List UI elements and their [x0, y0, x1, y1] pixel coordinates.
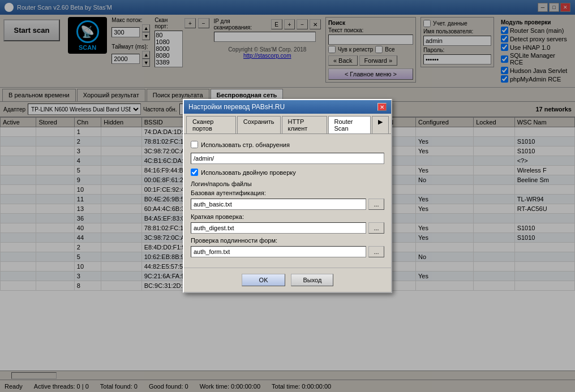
- digest-auth-label: Краткая проверка:: [191, 213, 384, 220]
- login-files-label: Логин/пароль файлы: [191, 180, 384, 187]
- double-check-row: Использовать двойную проверку: [191, 169, 384, 176]
- dialog-footer: OK Выход: [184, 268, 391, 292]
- form-auth-row: ...: [191, 246, 384, 257]
- basic-auth-browse[interactable]: ...: [368, 199, 384, 210]
- str-detect-row: Использовать стр. обнаруения: [191, 141, 384, 148]
- dialog-tabs: Сканер портов Сохранить HTTP клиент Rout…: [184, 114, 391, 134]
- double-check-label: Использовать двойную проверку: [201, 169, 296, 176]
- double-check-checkbox[interactable]: [191, 169, 198, 176]
- basic-auth-input[interactable]: [191, 199, 366, 210]
- str-detect-input[interactable]: [191, 153, 384, 164]
- dialog-tab-http[interactable]: HTTP клиент: [282, 116, 327, 133]
- form-auth-input[interactable]: [191, 246, 366, 257]
- dialog-overlay: Настройки перевод PABsH.RU ✕ Сканер порт…: [0, 0, 575, 392]
- digest-auth-input[interactable]: [191, 222, 366, 234]
- dialog-title-text: Настройки перевод PABsH.RU: [188, 103, 285, 111]
- dialog-tab-scanner[interactable]: Сканер портов: [186, 116, 236, 133]
- dialog-body: Использовать стр. обнаруения Использоват…: [184, 134, 391, 268]
- str-detect-checkbox[interactable]: [191, 141, 198, 148]
- basic-auth-label: Базовая аутентификация:: [191, 189, 384, 196]
- dialog-tab-save[interactable]: Сохранить: [237, 116, 281, 133]
- dialog-cancel-button[interactable]: Выход: [291, 274, 333, 286]
- dialog-tab-more[interactable]: ▶: [372, 116, 389, 133]
- dialog-close-button[interactable]: ✕: [377, 103, 387, 111]
- digest-auth-browse[interactable]: ...: [368, 222, 384, 234]
- digest-auth-row: ...: [191, 222, 384, 234]
- dialog-title-bar: Настройки перевод PABsH.RU ✕: [184, 100, 391, 114]
- form-auth-browse[interactable]: ...: [368, 246, 384, 257]
- dialog-tab-routerscan[interactable]: Router Scan: [328, 116, 371, 133]
- str-detect-label: Использовать стр. обнаруения: [201, 141, 290, 148]
- settings-dialog: Настройки перевод PABsH.RU ✕ Сканер порт…: [183, 99, 392, 293]
- basic-auth-row: ...: [191, 199, 384, 210]
- dialog-ok-button[interactable]: OK: [242, 274, 286, 286]
- form-auth-label: Проверка подлинности форм:: [191, 237, 384, 244]
